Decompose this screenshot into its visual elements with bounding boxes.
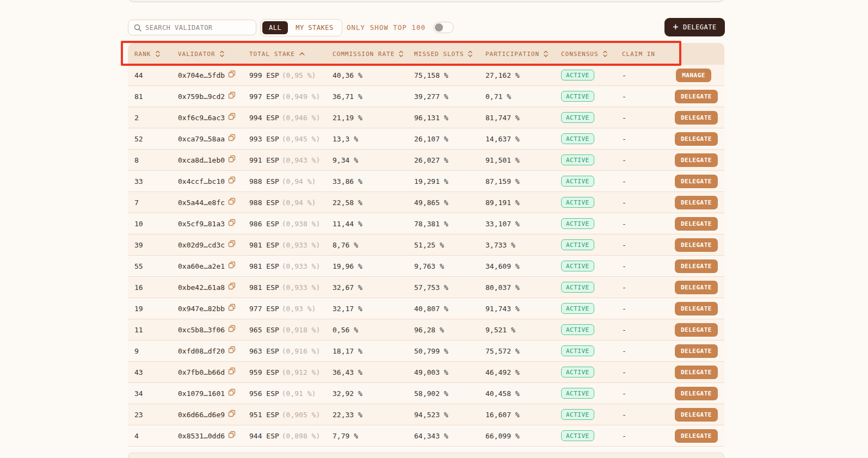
stake-percent: (0,949 %) — [282, 92, 320, 101]
copy-icon[interactable] — [228, 176, 236, 184]
row-action-button[interactable]: DELEGATE — [675, 281, 718, 294]
sort-icon[interactable] — [543, 50, 549, 58]
copy-icon[interactable] — [228, 91, 236, 99]
commission-rate-cell: 11,44 % — [333, 220, 414, 228]
copy-icon[interactable] — [228, 346, 236, 354]
stake-amount: 993 ESP — [249, 135, 279, 143]
row-action-button[interactable]: DELEGATE — [675, 175, 718, 188]
copy-icon[interactable] — [228, 388, 236, 396]
validator-address: 0x8531…0dd6 — [178, 432, 225, 440]
row-action-button[interactable]: DELEGATE — [675, 90, 718, 103]
table-header: RANK VALIDATOR TOTAL STAKE COMMISSION RA… — [128, 43, 724, 65]
row-action-button[interactable]: DELEGATE — [675, 408, 718, 422]
commission-rate-cell: 36,43 % — [333, 368, 414, 376]
table-row: 8 0xca8d…1eb0 991 ESP(0,943 %) 9,34 % 26… — [128, 150, 724, 171]
row-action-button[interactable]: DELEGATE — [675, 196, 718, 209]
copy-icon[interactable] — [228, 261, 236, 269]
actions-cell: MANAGE — [676, 69, 711, 82]
row-action-button[interactable]: DELEGATE — [675, 217, 718, 231]
commission-rate-cell: 13,3 % — [333, 135, 414, 143]
stake-percent: (0,938 %) — [282, 220, 320, 228]
column-header[interactable]: PARTICIPATION — [485, 50, 561, 58]
delegate-button[interactable]: + DELEGATE — [664, 18, 725, 36]
stake-amount: 981 ESP — [249, 241, 279, 249]
column-header[interactable]: RANK — [134, 50, 178, 58]
column-header[interactable]: MISSED SLOTS — [414, 50, 485, 58]
column-header[interactable]: CONSENSUS — [561, 50, 622, 58]
copy-icon[interactable] — [228, 325, 236, 332]
row-action-button[interactable]: DELEGATE — [675, 259, 718, 273]
row-action-button[interactable]: DELEGATE — [675, 387, 718, 400]
row-action-button[interactable]: MANAGE — [676, 69, 711, 82]
rank-cell: 44 — [134, 71, 178, 79]
row-action-button[interactable]: DELEGATE — [675, 153, 718, 167]
column-label: CONSENSUS — [561, 51, 599, 58]
actions-cell: DELEGATE — [675, 281, 718, 294]
row-action-button[interactable]: DELEGATE — [675, 429, 718, 443]
stake-percent: (0,933 %) — [282, 241, 320, 249]
row-action-button[interactable]: DELEGATE — [675, 323, 718, 337]
column-header[interactable]: TOTAL STAKE — [249, 51, 333, 58]
column-header[interactable]: VALIDATOR — [178, 50, 249, 58]
top100-toggle[interactable] — [433, 22, 454, 33]
copy-icon[interactable] — [228, 367, 236, 375]
rank-cell: 10 — [134, 220, 178, 228]
search-box[interactable] — [128, 20, 256, 35]
sort-icon[interactable] — [155, 50, 161, 58]
commission-rate-cell: 9,34 % — [333, 156, 414, 164]
validator-cell: 0x5cf9…81a3 — [178, 220, 249, 228]
claim-in-cell: - — [622, 241, 675, 249]
row-action-button[interactable]: DELEGATE — [675, 238, 718, 252]
row-action-button[interactable]: DELEGATE — [675, 302, 718, 315]
copy-icon[interactable] — [228, 282, 236, 290]
stake-percent: (0,898 %) — [282, 432, 320, 440]
participation-cell: 75,572 % — [485, 347, 561, 355]
row-action-button[interactable]: DELEGATE — [675, 344, 718, 358]
sort-icon[interactable] — [602, 50, 608, 58]
claim-in-cell: - — [622, 347, 675, 355]
copy-icon[interactable] — [228, 113, 236, 120]
consensus-cell: ACTIVE — [561, 218, 622, 229]
row-action-button[interactable]: DELEGATE — [675, 366, 718, 379]
stake-percent: (0,93 %) — [282, 305, 316, 313]
column-label: VALIDATOR — [178, 51, 216, 58]
claim-in-cell: - — [622, 368, 675, 376]
copy-icon[interactable] — [228, 134, 236, 141]
total-stake-cell: 988 ESP(0,94 %) — [249, 177, 333, 185]
copy-icon[interactable] — [228, 410, 236, 417]
participation-cell: 34,609 % — [485, 262, 561, 270]
consensus-cell: ACTIVE — [561, 345, 622, 356]
sort-icon[interactable] — [467, 50, 473, 58]
stake-amount: 988 ESP — [249, 199, 279, 207]
sort-asc-icon[interactable] — [299, 52, 305, 56]
participation-cell: 91,743 % — [485, 305, 561, 313]
column-header[interactable]: COMMISSION RATE — [333, 50, 414, 58]
search-input[interactable] — [145, 24, 250, 32]
row-action-button[interactable]: DELEGATE — [675, 132, 718, 146]
participation-cell: 16,607 % — [485, 411, 561, 419]
row-action-button[interactable]: DELEGATE — [675, 111, 718, 125]
total-stake-cell: 981 ESP(0,933 %) — [249, 241, 333, 249]
copy-icon[interactable] — [228, 155, 236, 163]
copy-icon[interactable] — [228, 304, 236, 311]
total-stake-cell: 991 ESP(0,943 %) — [249, 156, 333, 164]
copy-icon[interactable] — [228, 70, 236, 78]
copy-icon[interactable] — [228, 197, 236, 205]
sort-icon[interactable] — [219, 50, 225, 58]
copy-icon[interactable] — [228, 219, 236, 226]
copy-icon[interactable] — [228, 431, 236, 438]
participation-cell: 89,191 % — [485, 199, 561, 207]
actions-cell: DELEGATE — [675, 408, 718, 422]
copy-icon[interactable] — [228, 240, 236, 247]
table-row: 16 0xbe42…61a8 981 ESP(0,933 %) 32,67 % … — [128, 277, 724, 298]
column-header[interactable]: CLAIM IN — [622, 51, 675, 58]
validator-cell: 0xca8d…1eb0 — [178, 156, 249, 164]
commission-rate-cell: 22,33 % — [333, 411, 414, 419]
commission-rate-cell: 21,19 % — [333, 114, 414, 122]
claim-in-cell: - — [622, 326, 675, 334]
tab-all[interactable]: ALL — [262, 21, 288, 34]
validator-address: 0xa60e…a2e1 — [178, 262, 225, 270]
tab-my-stakes[interactable]: MY STAKES — [289, 21, 340, 34]
validator-cell: 0x7fb0…b66d — [178, 368, 249, 376]
sort-icon[interactable] — [398, 50, 404, 58]
